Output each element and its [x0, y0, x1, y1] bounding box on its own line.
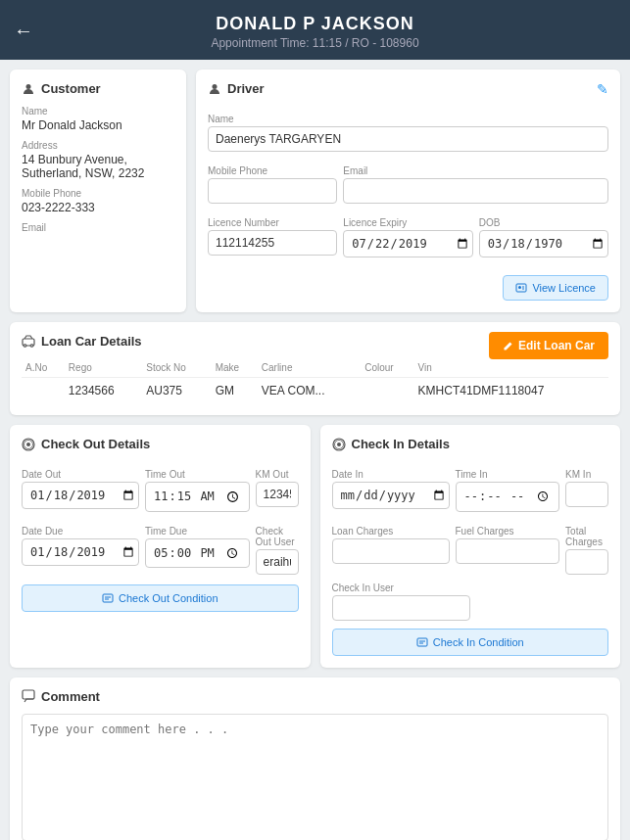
col-make: Make	[212, 358, 258, 378]
date-in-label: Date In	[332, 469, 450, 480]
driver-card: Driver ✎ Name Mobile Phone Email Licence…	[196, 70, 620, 312]
cell-make: GM	[212, 378, 258, 404]
svg-rect-3	[518, 286, 521, 289]
cell-stockno: AU375	[142, 378, 211, 404]
fuel-charges-input[interactable]	[456, 538, 560, 564]
date-out-label: Date Out	[22, 469, 139, 480]
checkin-user-label: Check In User	[332, 583, 609, 593]
svg-point-16	[337, 443, 341, 446]
date-due-input[interactable]	[22, 538, 139, 566]
customer-name-value: Mr Donald Jackson	[22, 118, 174, 132]
svg-rect-2	[516, 284, 526, 292]
cell-carline: VEA COM...	[258, 378, 361, 404]
driver-dob-label: DOB	[479, 217, 608, 228]
cell-ano	[22, 378, 65, 404]
comment-section-title: Comment	[22, 689, 608, 704]
comment-textarea[interactable]	[22, 714, 608, 840]
driver-dob-input[interactable]	[479, 230, 608, 257]
checkout-condition-icon	[102, 592, 114, 604]
svg-rect-12	[103, 594, 113, 602]
main-content: Customer Name Mr Donald Jackson Address …	[0, 60, 630, 840]
comment-icon	[22, 689, 35, 703]
checkout-user-input[interactable]	[256, 549, 299, 575]
loan-car-card: Loan Car Details Edit Loan Car A.No Rego…	[10, 322, 620, 415]
driver-licence-input[interactable]	[208, 230, 337, 256]
checkout-section-title: Check Out Details	[22, 437, 299, 451]
view-licence-button[interactable]: View Licence	[503, 275, 608, 301]
total-charges-input[interactable]	[565, 549, 608, 575]
back-button[interactable]: ←	[14, 19, 33, 41]
driver-licence-label: Licence Number	[208, 217, 337, 228]
customer-address-label: Address	[22, 140, 174, 151]
svg-point-10	[26, 443, 30, 446]
checkin-user-input[interactable]	[332, 595, 470, 621]
customer-email-label: Email	[22, 222, 174, 233]
driver-licence-expiry-label: Licence Expiry	[343, 217, 472, 228]
time-in-label: Time In	[456, 469, 560, 480]
driver-mobile-input[interactable]	[208, 178, 337, 204]
km-in-input[interactable]	[565, 482, 608, 507]
customer-section-title: Customer	[22, 81, 174, 96]
cell-vin: KMHCT41DMF1118047	[414, 378, 608, 404]
cell-colour	[361, 378, 413, 404]
km-in-label: KM In	[565, 469, 608, 480]
cell-rego: 1234566	[65, 378, 142, 404]
header-subtitle: Appointment Time: 11:15 / RO - 108960	[39, 36, 591, 50]
loan-charges-input[interactable]	[332, 538, 450, 564]
km-out-input[interactable]	[256, 482, 299, 507]
date-in-input[interactable]	[332, 482, 450, 509]
checkin-section-title: Check In Details	[332, 437, 609, 451]
customer-name-label: Name	[22, 106, 174, 117]
edit-icon	[503, 341, 513, 351]
customer-mobile-value: 023-2222-333	[22, 201, 174, 214]
checkout-checkin-row: Check Out Details Date Out Time Out KM O…	[10, 425, 620, 668]
customer-icon	[22, 82, 35, 96]
customer-address-value: 14 Bunbury Avenue, Sutherland, NSW, 2232	[22, 153, 174, 180]
driver-email-label: Email	[343, 165, 608, 176]
time-due-label: Time Due	[145, 526, 250, 537]
checkin-icon	[332, 438, 346, 451]
date-out-input[interactable]	[22, 482, 139, 509]
svg-rect-18	[417, 638, 427, 646]
time-out-input[interactable]	[145, 482, 250, 512]
total-charges-label: Total Charges	[565, 526, 608, 547]
checkin-condition-icon	[416, 636, 428, 648]
fuel-charges-label: Fuel Charges	[456, 526, 560, 537]
col-stockno: Stock No	[142, 358, 211, 378]
loan-car-icon	[22, 335, 35, 349]
header-title: DONALD P JACKSON	[39, 14, 591, 34]
checkout-icon	[22, 438, 35, 451]
table-row: 1234566 AU375 GM VEA COM... KMHCT41DMF11…	[22, 378, 608, 404]
checkout-condition-button[interactable]: Check Out Condition	[22, 584, 299, 612]
checkin-condition-button[interactable]: Check In Condition	[332, 629, 609, 656]
driver-mobile-label: Mobile Phone	[208, 165, 337, 176]
col-rego: Rego	[65, 358, 142, 378]
km-out-label: KM Out	[256, 469, 299, 480]
loan-car-table: A.No Rego Stock No Make Carline Colour V…	[22, 358, 608, 403]
col-carline: Carline	[258, 358, 361, 378]
driver-name-input[interactable]	[208, 126, 608, 152]
driver-icon	[208, 82, 221, 96]
time-due-input[interactable]	[145, 538, 250, 569]
svg-rect-21	[23, 690, 34, 699]
id-card-icon	[515, 282, 527, 294]
checkout-card: Check Out Details Date Out Time Out KM O…	[10, 425, 311, 668]
header: ← DONALD P JACKSON Appointment Time: 11:…	[0, 0, 630, 60]
driver-section-title: Driver	[208, 81, 608, 96]
col-ano: A.No	[22, 358, 65, 378]
col-colour: Colour	[361, 358, 413, 378]
customer-card: Customer Name Mr Donald Jackson Address …	[10, 70, 186, 312]
driver-licence-expiry-input[interactable]	[343, 230, 472, 257]
driver-edit-icon[interactable]: ✎	[597, 81, 608, 97]
edit-loan-car-button[interactable]: Edit Loan Car	[489, 332, 608, 359]
svg-point-1	[213, 84, 218, 89]
svg-point-0	[26, 84, 31, 89]
checkout-user-label: Check Out User	[256, 526, 299, 547]
time-out-label: Time Out	[145, 469, 250, 480]
col-vin: Vin	[414, 358, 608, 378]
loan-charges-label: Loan Charges	[332, 526, 450, 537]
driver-name-label: Name	[208, 114, 608, 124]
customer-mobile-label: Mobile Phone	[22, 188, 174, 199]
time-in-input[interactable]	[456, 482, 560, 512]
driver-email-input[interactable]	[343, 178, 608, 204]
